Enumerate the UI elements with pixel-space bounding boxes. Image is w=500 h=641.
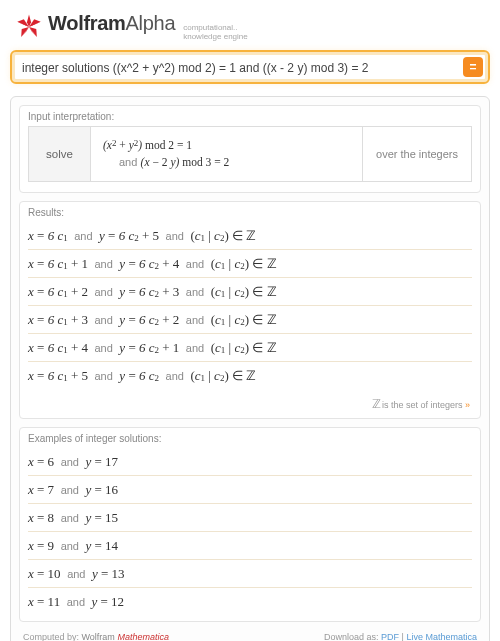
chevron-right-icon[interactable]: » [465, 400, 470, 410]
result-row: x = 6 c1 + 1 and y = 6 c2 + 4 and (c1 | … [28, 250, 472, 278]
equation-cell: (x2 + y2) mod 2 = 1 and (x − 2 y) mod 3 … [91, 127, 363, 182]
results-footnote: ℤ is the set of integers » [20, 395, 480, 418]
computed-by: Computed by: Wolfram Mathematica [23, 632, 169, 641]
brand-tagline: computational..knowledge engine [183, 24, 248, 42]
result-row: x = 6 c1 and y = 6 c2 + 5 and (c1 | c2) … [28, 222, 472, 250]
svg-marker-3 [29, 19, 41, 27]
example-row: x = 6 and y = 17 [28, 448, 472, 476]
brand-name: WolframAlpha [48, 12, 175, 35]
submit-button[interactable]: = [463, 57, 483, 77]
pod-title: Results: [20, 202, 480, 222]
live-mathematica-link[interactable]: Live Mathematica [406, 632, 477, 641]
wolfram-spikey-icon [16, 14, 42, 40]
svg-marker-9 [17, 19, 29, 27]
pod-examples: Examples of integer solutions: x = 6 and… [19, 427, 481, 622]
solve-label: solve [29, 127, 91, 182]
pod-results: Results: x = 6 c1 and y = 6 c2 + 5 and (… [19, 201, 481, 419]
result-row: x = 6 c1 + 4 and y = 6 c2 + 1 and (c1 | … [28, 334, 472, 362]
over-integers-label: over the integers [363, 127, 471, 182]
content-panel: Input interpretation: solve (x2 + y2) mo… [10, 96, 490, 641]
pod-input-interpretation: Input interpretation: solve (x2 + y2) mo… [19, 105, 481, 194]
pod-title: Input interpretation: [20, 106, 480, 126]
footer: Computed by: Wolfram Mathematica Downloa… [19, 630, 481, 641]
example-row: x = 8 and y = 15 [28, 504, 472, 532]
result-row: x = 6 c1 + 3 and y = 6 c2 + 2 and (c1 | … [28, 306, 472, 334]
download-links: Download as: PDF | Live Mathematica [324, 632, 477, 641]
result-row: x = 6 c1 + 2 and y = 6 c2 + 3 and (c1 | … [28, 278, 472, 306]
result-row: x = 6 c1 + 5 and y = 6 c2 and (c1 | c2) … [28, 362, 472, 389]
search-bar[interactable]: = [10, 50, 490, 84]
search-input[interactable] [22, 61, 454, 75]
equals-icon: = [469, 60, 476, 74]
example-row: x = 7 and y = 16 [28, 476, 472, 504]
example-row: x = 9 and y = 14 [28, 532, 472, 560]
pod-title: Examples of integer solutions: [20, 428, 480, 448]
example-row: x = 10 and y = 13 [28, 560, 472, 588]
interpretation-table: solve (x2 + y2) mod 2 = 1 and (x − 2 y) … [28, 126, 472, 183]
example-row: x = 11 and y = 12 [28, 588, 472, 615]
brand-header: WolframAlpha computational..knowledge en… [16, 12, 490, 42]
download-pdf-link[interactable]: PDF [381, 632, 399, 641]
